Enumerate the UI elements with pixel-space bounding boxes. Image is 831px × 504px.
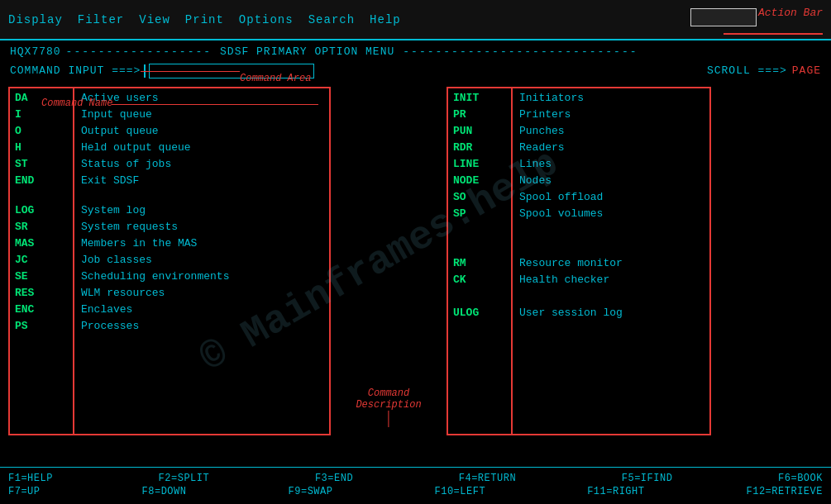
desc-held-output[interactable]: Held output queue — [81, 141, 322, 156]
action-bar-label: Action Bar — [758, 7, 823, 19]
cmd-key-ulog: ULOG — [453, 307, 479, 319]
fkey-row-2: F7=UP F8=DOWN F9=SWAP F10=LEFT F11=RIGHT… — [8, 486, 823, 497]
fkey-f3[interactable]: F3=END — [315, 473, 353, 484]
cmd-key-log: LOG — [15, 204, 45, 216]
cmd-row-ulog[interactable]: ULOG — [453, 307, 506, 321]
cmd-key-sp: SP — [453, 207, 466, 220]
cmd-row-h[interactable]: H — [15, 141, 68, 156]
cmd-row-st[interactable]: ST — [15, 158, 68, 173]
desc-system-requests[interactable]: System requests — [81, 221, 322, 235]
command-name-line — [112, 104, 318, 105]
menu-options[interactable]: Options — [239, 13, 294, 26]
desc-lines[interactable]: Lines — [519, 158, 703, 173]
cmd-row-sr[interactable]: SR — [15, 221, 68, 235]
cmd-row-jc[interactable]: JC — [15, 254, 68, 269]
fkey-f8[interactable]: F8=DOWN — [142, 486, 187, 497]
desc-user-session-log[interactable]: User session log — [519, 307, 703, 321]
desc-spool-offload[interactable]: Spool offload — [519, 191, 703, 206]
desc-wlm-resources[interactable]: WLM resources — [81, 287, 322, 302]
cmd-row-ps[interactable]: PS — [15, 320, 68, 335]
cmd-row-so[interactable]: SO — [453, 191, 506, 206]
cmd-row-rm[interactable]: RM — [453, 257, 506, 272]
cmd-row-mas[interactable]: MAS — [15, 237, 68, 252]
desc-job-classes[interactable]: Job classes — [81, 254, 322, 269]
fkey-f10[interactable]: F10=LEFT — [435, 486, 486, 497]
cmd-key-so: SO — [453, 191, 466, 203]
action-bar-box — [690, 8, 757, 26]
cmd-key-pr: PR — [453, 108, 466, 121]
action-bar: Display Filter View Print Options Search… — [0, 0, 831, 40]
desc-spool-volumes[interactable]: Spool volumes — [519, 207, 703, 222]
cmd-row-enc[interactable]: ENC — [15, 303, 68, 318]
cmd-row-i[interactable]: I — [15, 108, 68, 123]
desc-status-jobs[interactable]: Status of jobs — [81, 158, 322, 173]
scroll-label: SCROLL ===> — [707, 63, 787, 80]
cmd-key-init: INIT — [453, 92, 479, 104]
cmd-key-rm: RM — [453, 257, 466, 269]
desc-processes[interactable]: Processes — [81, 320, 322, 335]
main-content: DA I O H ST END LOG SR MAS JC SE RES ENC… — [0, 83, 831, 439]
desc-system-log[interactable]: System log — [81, 204, 322, 219]
cmd-row-se[interactable]: SE — [15, 270, 68, 285]
cmd-row-node[interactable]: NODE — [453, 174, 506, 189]
fkey-f2[interactable]: F2=SPLIT — [159, 473, 210, 484]
function-keys: F1=HELP F2=SPLIT F3=END F4=RETURN F5=IFI… — [0, 467, 831, 504]
command-area-annotation: Command Area — [240, 73, 311, 84]
fkey-f9[interactable]: F9=SWAP — [289, 486, 333, 497]
cmd-key-ck: CK — [453, 273, 466, 286]
desc-health-checker[interactable]: Health checker — [519, 273, 703, 288]
fkey-f6[interactable]: F6=BOOK — [778, 473, 823, 484]
cmd-key-node: NODE — [453, 174, 479, 187]
desc-punches[interactable]: Punches — [519, 125, 703, 140]
menu-help[interactable]: Help — [370, 13, 401, 26]
desc-input-queue[interactable]: Input queue — [81, 108, 322, 123]
header-dashes2: ----------------------------- — [403, 44, 638, 61]
cmd-row-init[interactable]: INIT — [453, 92, 506, 107]
cmd-key-rdr: RDR — [453, 141, 472, 154]
cmd-key-enc: ENC — [15, 303, 45, 316]
action-bar-underline — [724, 33, 823, 35]
cmd-key-da: DA — [15, 92, 45, 104]
cmd-row-line[interactable]: LINE — [453, 158, 506, 173]
fkey-f4[interactable]: F4=RETURN — [459, 473, 516, 484]
fkey-f7[interactable]: F7=UP — [8, 486, 41, 497]
desc-members-mas[interactable]: Members in the MAS — [81, 237, 322, 252]
menu-display[interactable]: Display — [8, 13, 63, 26]
desc-initiators[interactable]: Initiators — [519, 92, 703, 107]
cmd-row-sp[interactable]: SP — [453, 207, 506, 222]
desc-scheduling-env[interactable]: Scheduling environments — [81, 270, 322, 285]
menu-print[interactable]: Print — [185, 13, 224, 26]
cmd-row-o[interactable]: O — [15, 125, 68, 140]
cmd-row-log[interactable]: LOG — [15, 204, 68, 219]
desc-output-queue[interactable]: Output queue — [81, 125, 322, 140]
desc-enclaves[interactable]: Enclaves — [81, 303, 322, 318]
cmd-row-res[interactable]: RES — [15, 287, 68, 302]
desc-exit-sdsf[interactable]: Exit SDSF — [81, 174, 322, 189]
command-desc-annotation: Command Description — [356, 388, 421, 427]
desc-printers[interactable]: Printers — [519, 108, 703, 123]
fkey-f5[interactable]: F5=IFIND — [622, 473, 673, 484]
fkey-f11[interactable]: F11=RIGHT — [587, 486, 644, 497]
fkey-f12[interactable]: F12=RETRIEVE — [747, 486, 823, 497]
desc-resource-monitor[interactable]: Resource monitor — [519, 257, 703, 272]
cmd-key-h: H — [15, 141, 45, 154]
cmd-row-ck[interactable]: CK — [453, 273, 506, 288]
menu-filter[interactable]: Filter — [78, 13, 124, 26]
fkey-row-1: F1=HELP F2=SPLIT F3=END F4=RETURN F5=IFI… — [8, 473, 823, 484]
header-row: HQX7780 ------------------ SDSF PRIMARY … — [0, 40, 831, 83]
desc-readers[interactable]: Readers — [519, 141, 703, 156]
cmd-key-jc: JC — [15, 254, 45, 266]
menu-view[interactable]: View — [139, 13, 170, 26]
right-keys-panel: INIT PR PUN RDR LINE NODE SO SP RM CK UL… — [447, 87, 513, 435]
cmd-row-rdr[interactable]: RDR — [453, 141, 506, 156]
header-dashes1: ------------------ — [66, 44, 212, 61]
cmd-row-pr[interactable]: PR — [453, 108, 506, 123]
fkey-f1[interactable]: F1=HELP — [8, 473, 53, 484]
cmd-row-end[interactable]: END — [15, 174, 68, 189]
cmd-key-pun: PUN — [453, 125, 472, 137]
command-label: COMMAND INPUT ===> — [10, 63, 141, 80]
desc-nodes[interactable]: Nodes — [519, 174, 703, 189]
menu-search[interactable]: Search — [308, 13, 355, 26]
middle-desc-panel: Active users Input queue Output queue He… — [74, 87, 331, 435]
cmd-row-pun[interactable]: PUN — [453, 125, 506, 140]
